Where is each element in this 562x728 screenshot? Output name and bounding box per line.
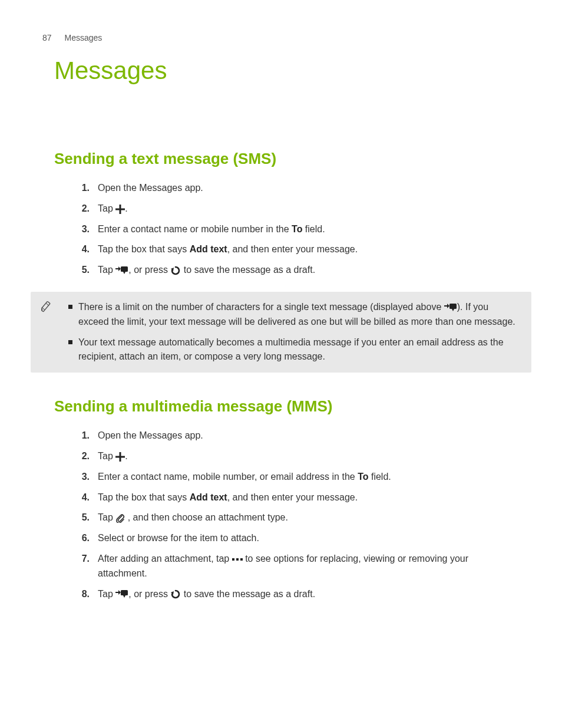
step-number: 6.	[78, 531, 90, 546]
running-header: 87 Messages	[42, 33, 508, 42]
step-text: Tap .	[98, 202, 128, 216]
more-icon	[232, 557, 243, 562]
note-list: There is a limit on the number of charac…	[62, 300, 518, 364]
header-section: Messages	[64, 33, 102, 42]
sms-step-4: 4. Tap the box that says Add text, and t…	[78, 242, 508, 257]
step-text: Tap , or press to save the message as a …	[98, 587, 315, 602]
manual-page: 87 Messages Messages Sending a text mess…	[0, 0, 562, 728]
plus-icon	[115, 452, 125, 462]
mms-heading: Sending a multimedia message (MMS)	[54, 397, 508, 416]
step-text: Enter a contact name or mobile number in…	[98, 222, 325, 237]
page-number: 87	[42, 33, 52, 42]
step-text: Tap the box that says Add text, and then…	[98, 490, 358, 505]
send-icon	[444, 304, 457, 312]
attach-icon	[115, 513, 125, 523]
back-icon	[170, 589, 181, 599]
bullet-icon	[68, 340, 72, 344]
sms-step-2: 2. Tap .	[78, 202, 508, 216]
bullet-icon	[68, 305, 72, 309]
step-number: 3.	[78, 222, 90, 237]
mms-step-1: 1. Open the Messages app.	[78, 429, 508, 443]
mms-step-8: 8. Tap , or press to save the message as…	[78, 587, 508, 602]
step-number: 7.	[78, 552, 90, 566]
mms-step-5: 5. Tap , and then choose an attachment t…	[78, 510, 508, 525]
note-item: There is a limit on the number of charac…	[68, 300, 518, 330]
step-number: 4.	[78, 490, 90, 505]
send-icon	[115, 266, 128, 275]
sms-step-5: 5. Tap , or press to save the message as…	[78, 263, 508, 278]
mms-step-7: 7. After adding an attachment, tap to se…	[78, 552, 508, 581]
mms-step-3: 3. Enter a contact name, mobile number, …	[78, 470, 508, 485]
step-text: Enter a contact name, mobile number, or …	[98, 470, 391, 485]
step-number: 1.	[78, 429, 90, 443]
step-number: 2.	[78, 449, 90, 464]
step-number: 5.	[78, 263, 90, 278]
step-number: 1.	[78, 181, 90, 196]
step-number: 3.	[78, 470, 90, 485]
sms-heading: Sending a text message (SMS)	[54, 150, 508, 168]
step-number: 4.	[78, 242, 90, 257]
step-text: Tap the box that says Add text, and then…	[98, 242, 358, 257]
step-text: Open the Messages app.	[98, 181, 203, 196]
step-text: Tap , and then choose an attachment type…	[98, 510, 288, 525]
mms-steps: 1. Open the Messages app. 2. Tap . 3. En…	[54, 429, 508, 601]
step-text: Open the Messages app.	[98, 429, 203, 443]
note-item: Your text message automatically becomes …	[68, 335, 518, 365]
step-number: 5.	[78, 510, 90, 525]
sms-steps: 1. Open the Messages app. 2. Tap . 3. En…	[54, 181, 508, 278]
mms-step-4: 4. Tap the box that says Add text, and t…	[78, 490, 508, 505]
step-number: 8.	[78, 587, 90, 602]
step-text: After adding an attachment, tap to see o…	[98, 552, 508, 581]
plus-icon	[115, 205, 125, 214]
mms-step-2: 2. Tap .	[78, 449, 508, 464]
step-number: 2.	[78, 202, 90, 216]
sms-step-1: 1. Open the Messages app.	[78, 181, 508, 196]
pencil-icon	[41, 300, 57, 315]
step-text: Tap , or press to save the message as a …	[98, 263, 315, 278]
send-icon	[115, 590, 128, 598]
back-icon	[170, 265, 181, 276]
mms-step-6: 6. Select or browse for the item to atta…	[78, 531, 508, 546]
page-title: Messages	[54, 57, 508, 85]
sms-note-box: There is a limit on the number of charac…	[31, 292, 531, 373]
sms-step-3: 3. Enter a contact name or mobile number…	[78, 222, 508, 237]
step-text: Tap .	[98, 449, 128, 464]
step-text: Select or browse for the item to attach.	[98, 531, 259, 546]
